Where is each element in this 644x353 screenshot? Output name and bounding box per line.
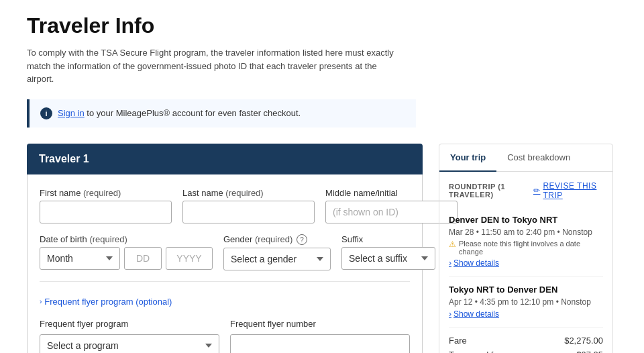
price-section: Fare $2,275.00 Taxes and fees $97.05 Tot…	[449, 327, 603, 354]
flight2-route: Tokyo NRT to Denver DEN	[449, 285, 603, 295]
suffix-group: Suffix Select a suffix Jr. Sr. II III IV	[341, 234, 435, 271]
roundtrip-label-row: ROUNDTRIP (1 TRAVELER) ✏ Revise this tri…	[449, 181, 603, 200]
first-name-group: First name (required)	[40, 188, 172, 223]
last-name-group: Last name (required)	[182, 188, 315, 223]
ff-number-input[interactable]	[230, 334, 410, 353]
ff-collapsible-toggle[interactable]: › Frequent flyer program (optional)	[40, 290, 410, 313]
traveler-section-header: Traveler 1	[27, 144, 423, 174]
dob-day-group	[124, 247, 162, 270]
ff-number-group: Frequent flyer number	[230, 319, 410, 353]
fare-value: $2,275.00	[564, 336, 603, 346]
suffix-label: Suffix	[341, 234, 435, 244]
roundtrip-label-text: ROUNDTRIP (1 TRAVELER)	[449, 183, 533, 199]
tabs-header: Your trip Cost breakdown	[439, 144, 612, 172]
flight2-details: Apr 12 • 4:35 pm to 12:10 pm • Nonstop	[449, 297, 603, 307]
tab-cost-breakdown[interactable]: Cost breakdown	[496, 144, 581, 172]
suffix-select[interactable]: Select a suffix Jr. Sr. II III IV	[341, 247, 435, 270]
dob-label: Date of birth (required)	[40, 234, 213, 244]
signin-text: Sign in to your MileagePlus® account for…	[58, 108, 301, 118]
flight1-notice-text: Please note this flight involves a date …	[459, 240, 603, 256]
left-panel: Traveler 1 First name (required) Last na…	[27, 144, 423, 354]
last-name-label: Last name (required)	[182, 188, 315, 198]
page-subtitle: To comply with the TSA Secure Flight pro…	[27, 46, 402, 86]
middle-name-group: Middle name/initial	[325, 188, 458, 223]
info-icon: i	[40, 107, 52, 119]
right-panel: Your trip Cost breakdown ROUNDTRIP (1 TR…	[439, 144, 613, 354]
flight1-segment: Denver DEN to Tokyo NRT Mar 28 • 11:50 a…	[449, 207, 603, 276]
ff-program-select[interactable]: Select a program United MileagePlus Amer…	[40, 334, 219, 353]
flight2-show-details-link[interactable]: › Show details	[449, 309, 603, 319]
last-name-input[interactable]	[182, 201, 315, 223]
gender-label: Gender (required) ?	[223, 234, 331, 246]
fare-label: Fare	[449, 336, 467, 346]
dob-group: Date of birth (required) Month January F…	[40, 234, 213, 271]
dob-month-group: Month January February March April May J…	[40, 247, 120, 270]
main-layout: Traveler 1 First name (required) Last na…	[27, 144, 617, 354]
ff-row: Frequent flyer program Select a program …	[40, 319, 410, 353]
taxes-value: $97.05	[576, 350, 603, 354]
tab-your-trip[interactable]: Your trip	[439, 144, 496, 172]
ff-divider	[40, 281, 410, 282]
ff-number-label: Frequent flyer number	[230, 319, 410, 329]
gender-group: Gender (required) ? Select a gender Male…	[223, 234, 331, 271]
middle-name-input[interactable]	[325, 201, 458, 223]
first-name-input[interactable]	[40, 201, 172, 223]
traveler-section-body: First name (required) Last name (require…	[27, 174, 423, 354]
fare-row: Fare $2,275.00	[449, 336, 603, 346]
flight1-route: Denver DEN to Tokyo NRT	[449, 215, 603, 225]
flight1-details: Mar 28 • 11:50 am to 2:40 pm • Nonstop	[449, 228, 603, 237]
page-title: Traveler Info	[27, 13, 617, 38]
dob-month-select[interactable]: Month January February March April May J…	[40, 247, 120, 270]
taxes-row: Taxes and fees $97.05	[449, 350, 603, 354]
revise-link[interactable]: ✏ Revise this trip	[533, 181, 603, 200]
name-row: First name (required) Last name (require…	[40, 188, 410, 223]
flight2-segment: Tokyo NRT to Denver DEN Apr 12 • 4:35 pm…	[449, 276, 603, 327]
dob-year-group	[166, 247, 213, 270]
ff-chevron-icon: ›	[40, 298, 42, 305]
right-content: ROUNDTRIP (1 TRAVELER) ✏ Revise this tri…	[439, 172, 612, 354]
dob-inputs: Month January February March April May J…	[40, 247, 213, 270]
ff-program-group: Frequent flyer program Select a program …	[40, 319, 219, 353]
flight1-show-details-link[interactable]: › Show details	[449, 258, 603, 268]
flight1-date-change-notice: ⚠ Please note this flight involves a dat…	[449, 240, 603, 256]
taxes-label: Taxes and fees	[449, 350, 507, 354]
first-name-label: First name (required)	[40, 188, 172, 198]
dob-day-input[interactable]	[124, 247, 162, 270]
gender-select[interactable]: Select a gender Male Female Undisclosed …	[223, 248, 331, 270]
ff-section-label: Frequent flyer program (optional)	[44, 297, 172, 307]
warning-icon: ⚠	[449, 240, 456, 249]
signin-banner: i Sign in to your MileagePlus® account f…	[27, 99, 416, 128]
dob-year-input[interactable]	[166, 247, 213, 270]
ff-program-label: Frequent flyer program	[40, 319, 219, 329]
signin-link[interactable]: Sign in	[58, 108, 85, 118]
middle-name-label: Middle name/initial	[325, 188, 458, 198]
gender-help-icon[interactable]: ?	[297, 234, 307, 245]
dob-gender-row: Date of birth (required) Month January F…	[40, 234, 410, 271]
